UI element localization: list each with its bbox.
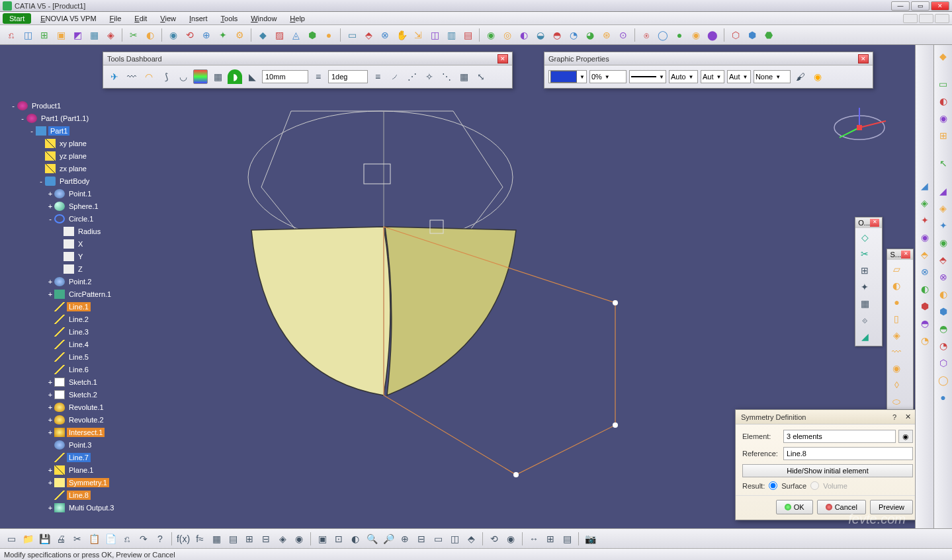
top-tool-0[interactable]: ⎌ <box>4 28 19 42</box>
tree-node-part1-part1-1-[interactable]: -Part1 (Part1.1) <box>9 112 142 124</box>
tree-node-intersect-1[interactable]: +Intersect.1 <box>9 426 142 438</box>
bottom-tool-31[interactable]: ⟲ <box>487 532 501 546</box>
top-tool-4[interactable]: ◩ <box>70 28 85 42</box>
side1-tool-3[interactable]: ◐ <box>936 94 951 108</box>
expand-toggle[interactable]: + <box>46 466 54 474</box>
top-tool-33[interactable]: ◎ <box>500 28 515 42</box>
element-pick-icon[interactable]: ◉ <box>898 430 913 443</box>
bottom-tool-1[interactable]: 📁 <box>21 532 35 546</box>
bottom-tool-3[interactable]: 🖨 <box>54 532 68 546</box>
top-tool-45[interactable]: ◉ <box>689 28 703 42</box>
top-tool-24[interactable]: ⬘ <box>361 28 376 42</box>
bottom-tool-12[interactable]: f≈ <box>193 532 207 546</box>
tree-node-line-3[interactable]: Line.3 <box>9 325 142 338</box>
layer-dropdown[interactable]: None▼ <box>754 70 791 83</box>
curve-tool-icon[interactable]: 〰 <box>124 69 139 84</box>
top-tool-15[interactable]: ⚙ <box>232 28 247 42</box>
menu-insert[interactable]: Insert <box>183 13 214 24</box>
top-tool-42[interactable]: ⍟ <box>639 28 654 42</box>
arc-tool-icon[interactable]: ◡ <box>176 69 191 84</box>
expand-toggle[interactable]: + <box>46 278 54 286</box>
top-tool-43[interactable]: ◯ <box>656 28 670 42</box>
tree-node-point-2[interactable]: +Point.2 <box>9 275 142 288</box>
top-tool-8[interactable]: ✂ <box>126 28 141 42</box>
side1-tool-2[interactable]: ▭ <box>936 77 951 91</box>
top-tool-46[interactable]: ⬤ <box>705 28 720 42</box>
top-tool-50[interactable]: ⬣ <box>761 28 776 42</box>
tree-label[interactable]: Radius <box>76 227 103 236</box>
top-tool-30[interactable]: ▤ <box>460 28 475 42</box>
tree-label[interactable]: Y <box>76 252 85 261</box>
expand-toggle[interactable]: - <box>28 127 36 135</box>
expand-toggle[interactable]: + <box>46 428 54 436</box>
tree-label[interactable]: Symmetry.1 <box>67 478 109 487</box>
surfaces-palette[interactable]: S...✕ ▱ ◐ ● ▯ ◈ 〰 ◉ ◊ ⬭ <box>887 249 914 411</box>
side1-tool-13[interactable]: ⬘ <box>936 253 951 267</box>
dialog-titlebar[interactable]: Symmetry Definition ? ✕ <box>736 410 920 424</box>
side2-tool-14[interactable]: ◉ <box>918 230 932 245</box>
tree-node-revolute-2[interactable]: +Revolute.2 <box>9 413 142 426</box>
bottom-tool-26[interactable]: ⊟ <box>414 532 429 546</box>
tree-node-sketch-1[interactable]: +Sketch.1 <box>9 376 142 388</box>
expand-toggle[interactable]: - <box>9 102 17 110</box>
tree-node-line-5[interactable]: Line.5 <box>9 350 142 363</box>
blend-icon[interactable]: ⬭ <box>889 394 904 409</box>
fill-icon[interactable]: ◉ <box>889 361 904 376</box>
help-button[interactable]: ? <box>888 413 901 421</box>
bottom-tool-35[interactable]: ⊞ <box>543 532 558 546</box>
offset-icon[interactable]: ◈ <box>889 328 904 342</box>
tree-node-sphere-1[interactable]: +Sphere.1 <box>9 200 142 212</box>
bottom-tool-11[interactable]: f(x) <box>176 532 191 546</box>
tree-label[interactable]: Line.6 <box>67 365 91 374</box>
expand-toggle[interactable]: + <box>46 378 54 386</box>
snap3-icon[interactable]: ✧ <box>422 69 437 84</box>
top-tool-25[interactable]: ⊗ <box>378 28 392 42</box>
bottom-tool-2[interactable]: 💾 <box>37 532 52 546</box>
top-tool-3[interactable]: ▣ <box>54 28 68 42</box>
side2-tool-13[interactable]: ✦ <box>918 213 932 227</box>
near-icon[interactable]: ⟐ <box>857 313 872 327</box>
tree-node-line-8[interactable]: Line.8 <box>9 489 142 501</box>
bottom-tool-23[interactable]: 🔍 <box>365 532 379 546</box>
extrapolate-icon[interactable]: ◢ <box>857 329 872 344</box>
bottom-tool-14[interactable]: ▤ <box>226 532 240 546</box>
tree-node-partbody[interactable]: -PartBody <box>9 175 142 187</box>
top-tool-35[interactable]: ◒ <box>533 28 548 42</box>
close-icon[interactable]: ✕ <box>858 54 869 63</box>
side1-tool-19[interactable]: ⬡ <box>936 356 951 370</box>
menu-enovia-v5-vpm[interactable]: ENOVIA V5 VPM <box>34 13 103 24</box>
close-button[interactable]: ✕ <box>931 1 949 11</box>
expand-toggle[interactable]: + <box>46 391 54 399</box>
bottom-tool-22[interactable]: ◐ <box>348 532 363 546</box>
top-tool-18[interactable]: ▨ <box>272 28 286 42</box>
top-tool-1[interactable]: ◫ <box>21 28 35 42</box>
top-tool-29[interactable]: ▥ <box>444 28 458 42</box>
tree-node-yz-plane[interactable]: yz plane <box>9 149 142 162</box>
top-tool-17[interactable]: ◆ <box>255 28 270 42</box>
tree-node-line-1[interactable]: Line.1 <box>9 300 142 313</box>
side1-tool-11[interactable]: ✦ <box>936 218 951 233</box>
close-icon[interactable]: ✕ <box>901 251 910 259</box>
bottom-tool-29[interactable]: ⬘ <box>464 532 478 546</box>
boundary-icon[interactable]: ⊞ <box>857 263 872 278</box>
top-tool-49[interactable]: ⬢ <box>745 28 759 42</box>
length-input[interactable] <box>262 70 308 83</box>
tree-label[interactable]: yz plane <box>58 151 89 161</box>
side2-tool-17[interactable]: ◐ <box>918 282 932 296</box>
menu-window[interactable]: Window <box>244 13 283 24</box>
angle-input[interactable] <box>328 70 368 83</box>
extract-icon[interactable]: ✦ <box>857 280 872 294</box>
auto2-dropdown[interactable]: Aut▼ <box>701 70 724 83</box>
top-tool-26[interactable]: ✋ <box>394 28 409 42</box>
top-tool-6[interactable]: ◈ <box>103 28 118 42</box>
bottom-tool-34[interactable]: ↔ <box>527 532 541 546</box>
spline-tool-icon[interactable]: ◠ <box>142 69 156 84</box>
menu-tools[interactable]: Tools <box>214 13 245 24</box>
tree-node-x[interactable]: X <box>9 237 142 250</box>
tree-node-point-1[interactable]: +Point.1 <box>9 187 142 200</box>
tools-dashboard-window[interactable]: Tools Dashboard ✕ ✈ 〰 ◠ ⟆ ◡ ▦ ◗ ◣ ≡ ≡ ⟋ … <box>103 52 513 89</box>
close-icon[interactable]: ✕ <box>498 54 508 63</box>
tree-label[interactable]: Sketch.1 <box>67 378 99 387</box>
side1-tool-12[interactable]: ◉ <box>936 235 951 250</box>
expand-toggle[interactable]: + <box>46 403 54 411</box>
